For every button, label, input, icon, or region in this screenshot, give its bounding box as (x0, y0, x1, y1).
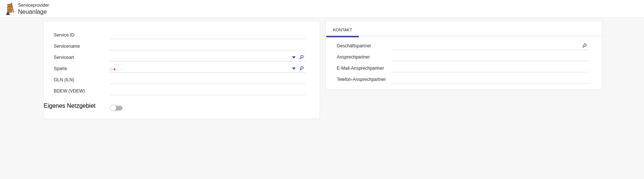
field-row-sparte: Sparte * (44, 63, 320, 74)
service-id-label: Service ID (54, 32, 74, 38)
gln-label: GLN (ILN) (54, 77, 74, 82)
field-row-serviceart: Serviceart (44, 52, 320, 63)
general-form-card: Service ID Servicename Serviceart (43, 21, 320, 119)
servicename-input[interactable] (109, 43, 305, 49)
bdew-input[interactable] (109, 88, 305, 94)
tab-kontakt-label: KONTAKT (333, 28, 352, 32)
ansprechpartner-input[interactable] (392, 54, 588, 60)
toggle-knob (110, 105, 116, 111)
bdew-label: BDEW (VDEW) (54, 88, 85, 94)
app-title: Serviceprovider (18, 3, 49, 7)
telefon-ansprechpartner-input[interactable] (392, 76, 588, 82)
page-title: Neuanlage (18, 9, 49, 15)
field-row-servicename: Servicename (44, 41, 320, 52)
geschaeftspartner-input[interactable] (392, 43, 582, 48)
gln-input[interactable] (109, 76, 305, 82)
search-icon[interactable] (299, 55, 304, 60)
service-id-input[interactable] (109, 32, 305, 38)
sparte-label: Sparte (54, 66, 67, 71)
serviceart-input[interactable] (109, 54, 292, 60)
eigenes-netzgebiet-toggle[interactable] (111, 106, 122, 111)
serviceart-combobox[interactable] (109, 52, 305, 62)
kontakt-card: KONTAKT Geschäftspartner Ansprechpartner (326, 21, 602, 90)
eigenes-netzgebiet-label: Eigenes Netzgebiet (44, 103, 96, 109)
field-row-gln: GLN (ILN) (44, 74, 320, 85)
field-row-telefon-ansprechpartner: Telefon-Ansprechpartner (326, 74, 602, 85)
servicename-label: Servicename (54, 44, 80, 49)
kontakt-tabstrip: KONTAKT (326, 22, 602, 36)
hand-truck-icon (4, 3, 15, 15)
geschaeftspartner-label: Geschäftspartner (337, 43, 371, 48)
field-row-ansprechpartner: Ansprechpartner (326, 51, 602, 63)
serviceart-label: Serviceart (54, 55, 74, 60)
circle-indicator-icon (109, 68, 113, 71)
email-ansprechpartner-input[interactable] (392, 65, 588, 71)
search-icon[interactable] (299, 66, 304, 71)
chevron-down-icon[interactable] (292, 67, 296, 70)
ansprechpartner-label: Ansprechpartner (337, 54, 370, 60)
field-row-eigenes-netzgebiet: Eigenes Netzgebiet (44, 103, 320, 114)
sparte-combobox[interactable]: * (109, 63, 305, 73)
field-row-bdew: BDEW (VDEW) (44, 85, 320, 97)
tab-kontakt[interactable]: KONTAKT (326, 22, 359, 37)
sparte-input[interactable] (116, 65, 292, 71)
page-header: Serviceprovider Neuanlage (0, 0, 644, 18)
search-icon[interactable] (582, 43, 587, 48)
required-asterisk: * (113, 68, 116, 72)
telefon-ansprechpartner-label: Telefon-Ansprechpartner (337, 77, 386, 82)
email-ansprechpartner-label: E-Mail-Ansprechpartner (337, 66, 384, 71)
field-row-email-ansprechpartner: E-Mail-Ansprechpartner (326, 63, 602, 74)
field-row-geschaeftspartner: Geschäftspartner (326, 40, 602, 51)
chevron-down-icon[interactable] (292, 56, 296, 59)
field-row-service-id: Service ID (44, 29, 320, 41)
